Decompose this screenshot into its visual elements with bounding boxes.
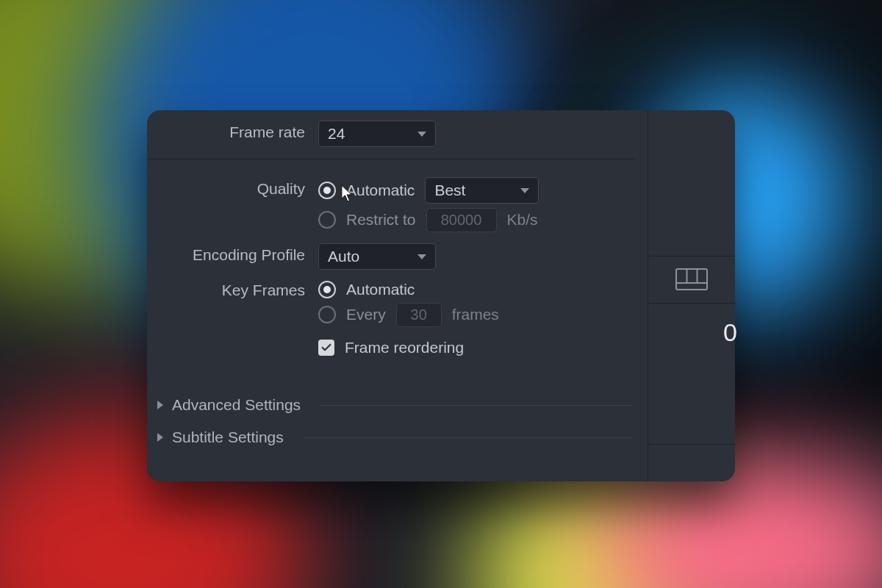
divider bbox=[648, 303, 735, 304]
quality-label: Quality bbox=[147, 176, 318, 198]
encoding-profile-label: Encoding Profile bbox=[147, 242, 318, 264]
quality-preset-value: Best bbox=[434, 182, 509, 199]
svg-rect-2 bbox=[686, 269, 688, 282]
encoding-profile-dropdown[interactable]: Auto bbox=[318, 243, 436, 270]
quality-automatic-radio[interactable] bbox=[318, 182, 336, 199]
frame-rate-dropdown[interactable]: 24 bbox=[318, 121, 436, 147]
side-panel: 0 bbox=[648, 110, 735, 481]
subtitle-settings-header[interactable]: Subtitle Settings bbox=[147, 421, 648, 453]
row-frame-rate: Frame rate 24 bbox=[147, 118, 648, 150]
quality-automatic-label: Automatic bbox=[346, 182, 415, 199]
divider bbox=[303, 437, 633, 438]
timecode-fragment: 0 bbox=[723, 318, 738, 347]
chevron-down-icon bbox=[417, 132, 426, 137]
advanced-settings-label: Advanced Settings bbox=[172, 396, 301, 414]
row-quality: Quality Automatic Best Restrict to 80000… bbox=[147, 174, 648, 236]
check-icon bbox=[320, 342, 332, 354]
quality-restrict-label: Restrict to bbox=[346, 211, 416, 229]
frame-reordering-checkbox[interactable] bbox=[318, 340, 334, 356]
quality-restrict-radio[interactable] bbox=[318, 211, 336, 229]
row-encoding-profile: Encoding Profile Auto bbox=[147, 240, 648, 273]
keyframes-automatic-radio[interactable] bbox=[318, 281, 336, 298]
svg-rect-1 bbox=[676, 282, 707, 284]
quality-bitrate-input[interactable]: 80000 bbox=[426, 208, 497, 232]
keyframes-every-input[interactable]: 30 bbox=[396, 303, 442, 327]
keyframes-every-radio[interactable] bbox=[318, 306, 336, 323]
quality-bitrate-unit: Kb/s bbox=[507, 211, 538, 229]
svg-rect-0 bbox=[676, 269, 707, 290]
keyframes-every-unit: frames bbox=[452, 306, 499, 323]
keyframes-automatic-label: Automatic bbox=[346, 281, 415, 298]
keyframes-every-label: Every bbox=[346, 306, 386, 323]
key-frames-label: Key Frames bbox=[147, 277, 318, 299]
settings-form: Frame rate 24 Quality Automatic B bbox=[147, 110, 648, 481]
row-key-frames: Key Frames Automatic Every 30 frames bbox=[147, 276, 648, 364]
svg-rect-3 bbox=[697, 269, 698, 282]
chevron-down-icon bbox=[417, 254, 426, 259]
chevron-down-icon bbox=[520, 188, 529, 193]
frame-rate-value: 24 bbox=[328, 125, 406, 143]
quality-preset-dropdown[interactable]: Best bbox=[425, 177, 539, 204]
frame-rate-label: Frame rate bbox=[147, 119, 318, 141]
encoding-profile-value: Auto bbox=[328, 248, 406, 265]
subtitle-settings-label: Subtitle Settings bbox=[172, 429, 284, 446]
divider bbox=[648, 444, 735, 445]
divider bbox=[147, 159, 634, 159]
divider bbox=[320, 405, 633, 406]
keyboard-icon[interactable] bbox=[648, 268, 735, 290]
chevron-right-icon bbox=[157, 433, 163, 442]
advanced-settings-header[interactable]: Advanced Settings bbox=[147, 389, 648, 421]
frame-reordering-label: Frame reordering bbox=[345, 339, 464, 356]
export-settings-panel: Frame rate 24 Quality Automatic B bbox=[147, 110, 735, 481]
divider bbox=[648, 256, 735, 257]
chevron-right-icon bbox=[157, 401, 163, 409]
